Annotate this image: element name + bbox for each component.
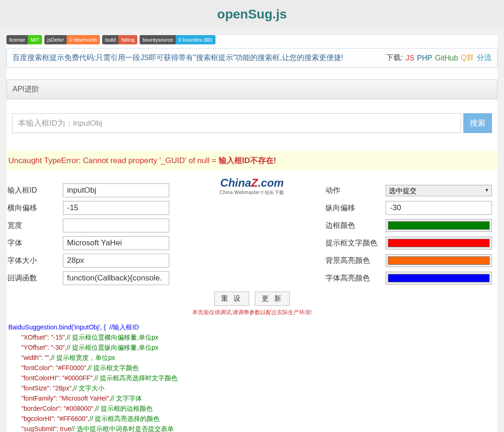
error-message: Uncaught TypeError: Cannot read property… <box>6 151 498 170</box>
api-section-header: API进阶 <box>6 79 498 99</box>
reset-button[interactable]: 重 设 <box>214 292 249 306</box>
download-label: 下载: <box>386 53 403 63</box>
badge-build: build failing <box>102 35 137 44</box>
label-xoffset: 横向偏移 <box>7 203 63 213</box>
label-width: 宽度 <box>7 221 63 231</box>
label-bg-hi-color: 背景高亮颜色 <box>326 256 386 266</box>
label-action: 动作 <box>326 186 386 195</box>
label-font-hi-color: 字体高亮颜色 <box>326 274 386 283</box>
label-font-size: 字体大小 <box>7 256 63 266</box>
font-color-swatch <box>388 239 490 247</box>
label-font: 字体 <box>7 238 63 248</box>
xoffset-field[interactable] <box>63 201 169 215</box>
tagline-text: 百度搜索框提示免费代码:只需引用一段JS即可获得带有"搜索框提示"功能的搜索框,… <box>12 53 343 63</box>
badge-jsdelivr: jsDelivr 0 hits/month <box>44 35 100 44</box>
link-php[interactable]: PHP <box>417 54 432 62</box>
download-links: 下载: JS PHP GitHub Q群 分流 <box>386 53 492 63</box>
link-qq[interactable]: Q群 <box>461 53 474 63</box>
yoffset-field[interactable] <box>386 201 492 215</box>
update-button[interactable]: 更 新 <box>255 292 290 306</box>
page-header: openSug.js <box>0 0 504 29</box>
badge-license: license MIT <box>6 35 42 44</box>
border-color-field[interactable] <box>386 219 492 232</box>
bg-hi-color-swatch <box>388 256 490 265</box>
search-button[interactable]: 搜索 <box>463 113 492 133</box>
font-size-field[interactable] <box>63 254 169 268</box>
generated-code: BaiduSuggestion.bind('inputObj', { //输入框… <box>6 322 498 432</box>
font-hi-color-swatch <box>388 274 490 282</box>
label-callback: 回调函数 <box>7 274 63 283</box>
callback-field[interactable] <box>63 271 169 285</box>
font-hi-color-field[interactable] <box>386 272 492 285</box>
search-row: 搜索 <box>12 113 492 133</box>
label-input-id: 输入框ID <box>7 186 63 195</box>
bg-hi-color-field[interactable] <box>386 254 492 267</box>
content-container: license MIT jsDelivr 0 hits/month build … <box>6 35 498 432</box>
font-field[interactable] <box>63 236 169 250</box>
font-color-field[interactable] <box>386 237 492 249</box>
border-color-swatch <box>388 221 490 230</box>
input-id-field[interactable] <box>63 183 169 197</box>
search-input[interactable] <box>12 113 461 133</box>
link-github[interactable]: GitHub <box>435 54 458 62</box>
width-field[interactable] <box>63 219 169 232</box>
debug-note: 本页面仅供调试,请调整参数以配合实际生产环境! <box>6 309 498 316</box>
action-buttons: 重 设 更 新 <box>6 292 498 306</box>
label-yoffset: 纵向偏移 <box>326 203 386 213</box>
label-font-color: 提示框文字颜色 <box>326 238 386 248</box>
watermark-stamp: ChinaZ.com China Webmaster十站长下载 <box>206 176 298 196</box>
link-js[interactable]: JS <box>406 54 414 62</box>
action-select[interactable]: 选中提交 <box>386 185 492 196</box>
tagline-bar: 百度搜索框提示免费代码:只需引用一段JS即可获得带有"搜索框提示"功能的搜索框,… <box>6 48 498 68</box>
config-form: ChinaZ.com China Webmaster十站长下载 输入框ID 动作… <box>6 183 498 285</box>
badge-bounty: bountysource 0 bounties ($0) <box>140 35 215 44</box>
page-title: openSug.js <box>0 7 504 22</box>
link-shunt[interactable]: 分流 <box>477 53 492 63</box>
badges-row: license MIT jsDelivr 0 hits/month build … <box>6 35 498 48</box>
label-border-color: 边框颜色 <box>326 221 386 231</box>
